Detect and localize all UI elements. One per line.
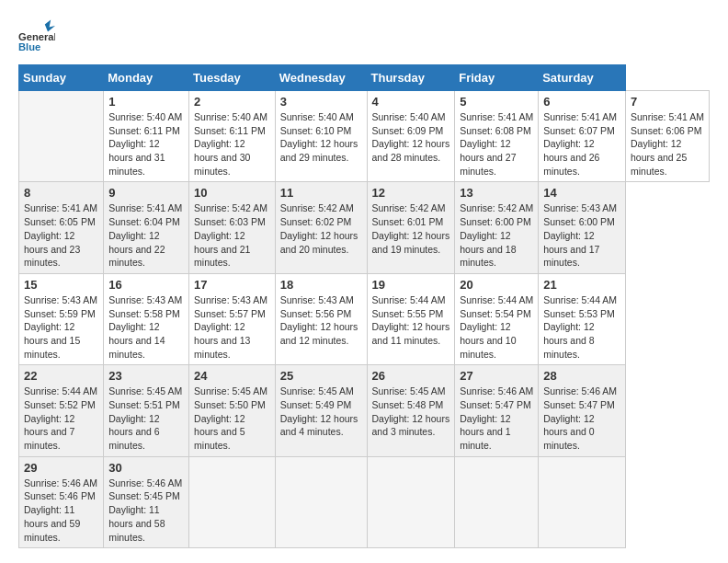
day-sunrise: Sunrise: 5:43 AMSunset: 6:00 PMDaylight:… bbox=[543, 202, 617, 268]
day-number: 28 bbox=[543, 369, 620, 383]
calendar-cell: 6 Sunrise: 5:41 AMSunset: 6:07 PMDayligh… bbox=[539, 91, 626, 182]
weekday-header-tuesday: Tuesday bbox=[189, 65, 276, 91]
day-number: 21 bbox=[543, 278, 620, 292]
svg-text:General: General bbox=[18, 31, 55, 42]
logo: General Blue bbox=[18, 18, 55, 55]
day-number: 5 bbox=[460, 95, 533, 109]
day-number: 17 bbox=[194, 278, 270, 292]
day-number: 8 bbox=[24, 186, 98, 200]
calendar-cell bbox=[455, 456, 539, 547]
calendar-cell bbox=[275, 456, 367, 547]
weekday-header-thursday: Thursday bbox=[367, 65, 455, 91]
calendar-cell: 30 Sunrise: 5:46 AMSunset: 5:45 PMDaylig… bbox=[104, 456, 189, 547]
calendar-cell bbox=[539, 456, 626, 547]
calendar-table: SundayMondayTuesdayWednesdayThursdayFrid… bbox=[18, 64, 710, 548]
day-sunrise: Sunrise: 5:43 AMSunset: 5:59 PMDaylight:… bbox=[24, 294, 97, 360]
day-sunrise: Sunrise: 5:45 AMSunset: 5:51 PMDaylight:… bbox=[108, 385, 182, 451]
calendar-cell: 20 Sunrise: 5:44 AMSunset: 5:54 PMDaylig… bbox=[455, 273, 539, 364]
day-number: 27 bbox=[460, 369, 533, 383]
calendar-cell bbox=[367, 456, 455, 547]
weekday-header-friday: Friday bbox=[455, 65, 539, 91]
day-number: 18 bbox=[280, 278, 362, 292]
calendar-cell bbox=[189, 456, 276, 547]
day-number: 11 bbox=[280, 186, 362, 200]
day-sunrise: Sunrise: 5:44 AMSunset: 5:55 PMDaylight:… bbox=[372, 294, 450, 346]
weekday-header-monday: Monday bbox=[104, 65, 189, 91]
weekday-header-row: SundayMondayTuesdayWednesdayThursdayFrid… bbox=[19, 65, 710, 91]
day-sunrise: Sunrise: 5:41 AMSunset: 6:08 PMDaylight:… bbox=[460, 111, 533, 177]
day-number: 24 bbox=[194, 369, 270, 383]
svg-marker-2 bbox=[45, 20, 55, 32]
calendar-cell: 7 Sunrise: 5:41 AMSunset: 6:06 PMDayligh… bbox=[625, 91, 709, 182]
calendar-cell: 24 Sunrise: 5:45 AMSunset: 5:50 PMDaylig… bbox=[189, 365, 276, 456]
day-number: 3 bbox=[280, 95, 362, 109]
day-number: 2 bbox=[194, 95, 270, 109]
calendar-cell: 12 Sunrise: 5:42 AMSunset: 6:01 PMDaylig… bbox=[367, 182, 455, 273]
day-sunrise: Sunrise: 5:44 AMSunset: 5:52 PMDaylight:… bbox=[24, 385, 97, 451]
calendar-cell: 16 Sunrise: 5:43 AMSunset: 5:58 PMDaylig… bbox=[104, 273, 189, 364]
day-number: 7 bbox=[631, 95, 704, 109]
calendar-cell: 21 Sunrise: 5:44 AMSunset: 5:53 PMDaylig… bbox=[539, 273, 626, 364]
day-sunrise: Sunrise: 5:45 AMSunset: 5:50 PMDaylight:… bbox=[194, 385, 267, 451]
day-sunrise: Sunrise: 5:42 AMSunset: 6:03 PMDaylight:… bbox=[194, 202, 267, 268]
day-number: 30 bbox=[108, 461, 184, 475]
day-sunrise: Sunrise: 5:44 AMSunset: 5:54 PMDaylight:… bbox=[460, 294, 533, 360]
day-number: 26 bbox=[372, 369, 450, 383]
calendar-cell: 22 Sunrise: 5:44 AMSunset: 5:52 PMDaylig… bbox=[19, 365, 104, 456]
calendar-cell: 5 Sunrise: 5:41 AMSunset: 6:08 PMDayligh… bbox=[455, 91, 539, 182]
day-number: 23 bbox=[108, 369, 184, 383]
day-number: 13 bbox=[460, 186, 533, 200]
day-sunrise: Sunrise: 5:46 AMSunset: 5:47 PMDaylight:… bbox=[460, 385, 533, 451]
calendar-cell: 11 Sunrise: 5:42 AMSunset: 6:02 PMDaylig… bbox=[275, 182, 367, 273]
calendar-cell: 14 Sunrise: 5:43 AMSunset: 6:00 PMDaylig… bbox=[539, 182, 626, 273]
day-number: 29 bbox=[24, 461, 98, 475]
day-number: 1 bbox=[108, 95, 184, 109]
day-number: 6 bbox=[543, 95, 620, 109]
day-sunrise: Sunrise: 5:40 AMSunset: 6:11 PMDaylight:… bbox=[108, 111, 182, 177]
calendar-week-4: 22 Sunrise: 5:44 AMSunset: 5:52 PMDaylig… bbox=[19, 365, 710, 456]
weekday-header-saturday: Saturday bbox=[539, 65, 626, 91]
weekday-header-wednesday: Wednesday bbox=[275, 65, 367, 91]
day-number: 20 bbox=[460, 278, 533, 292]
day-sunrise: Sunrise: 5:41 AMSunset: 6:07 PMDaylight:… bbox=[543, 111, 617, 177]
calendar-cell: 27 Sunrise: 5:46 AMSunset: 5:47 PMDaylig… bbox=[455, 365, 539, 456]
day-sunrise: Sunrise: 5:43 AMSunset: 5:56 PMDaylight:… bbox=[280, 294, 358, 346]
calendar-week-3: 15 Sunrise: 5:43 AMSunset: 5:59 PMDaylig… bbox=[19, 273, 710, 364]
calendar-cell: 10 Sunrise: 5:42 AMSunset: 6:03 PMDaylig… bbox=[189, 182, 276, 273]
calendar-cell bbox=[19, 91, 104, 182]
day-sunrise: Sunrise: 5:42 AMSunset: 6:01 PMDaylight:… bbox=[372, 202, 450, 254]
calendar-cell: 3 Sunrise: 5:40 AMSunset: 6:10 PMDayligh… bbox=[275, 91, 367, 182]
day-sunrise: Sunrise: 5:44 AMSunset: 5:53 PMDaylight:… bbox=[543, 294, 617, 360]
day-sunrise: Sunrise: 5:40 AMSunset: 6:09 PMDaylight:… bbox=[372, 111, 450, 163]
calendar-cell: 15 Sunrise: 5:43 AMSunset: 5:59 PMDaylig… bbox=[19, 273, 104, 364]
day-sunrise: Sunrise: 5:40 AMSunset: 6:10 PMDaylight:… bbox=[280, 111, 358, 163]
day-sunrise: Sunrise: 5:42 AMSunset: 6:00 PMDaylight:… bbox=[460, 202, 533, 268]
page-header: General Blue bbox=[18, 18, 710, 55]
calendar-cell: 18 Sunrise: 5:43 AMSunset: 5:56 PMDaylig… bbox=[275, 273, 367, 364]
calendar-week-5: 29 Sunrise: 5:46 AMSunset: 5:46 PMDaylig… bbox=[19, 456, 710, 547]
day-sunrise: Sunrise: 5:41 AMSunset: 6:05 PMDaylight:… bbox=[24, 202, 97, 268]
day-sunrise: Sunrise: 5:41 AMSunset: 6:04 PMDaylight:… bbox=[108, 202, 182, 268]
day-number: 14 bbox=[543, 186, 620, 200]
day-sunrise: Sunrise: 5:46 AMSunset: 5:46 PMDaylight:… bbox=[24, 477, 97, 543]
day-number: 15 bbox=[24, 278, 98, 292]
calendar-cell: 13 Sunrise: 5:42 AMSunset: 6:00 PMDaylig… bbox=[455, 182, 539, 273]
calendar-week-2: 8 Sunrise: 5:41 AMSunset: 6:05 PMDayligh… bbox=[19, 182, 710, 273]
day-number: 12 bbox=[372, 186, 450, 200]
day-sunrise: Sunrise: 5:43 AMSunset: 5:57 PMDaylight:… bbox=[194, 294, 267, 360]
calendar-cell: 17 Sunrise: 5:43 AMSunset: 5:57 PMDaylig… bbox=[189, 273, 276, 364]
calendar-cell: 4 Sunrise: 5:40 AMSunset: 6:09 PMDayligh… bbox=[367, 91, 455, 182]
calendar-cell: 2 Sunrise: 5:40 AMSunset: 6:11 PMDayligh… bbox=[189, 91, 276, 182]
day-number: 10 bbox=[194, 186, 270, 200]
day-number: 16 bbox=[108, 278, 184, 292]
day-sunrise: Sunrise: 5:45 AMSunset: 5:49 PMDaylight:… bbox=[280, 385, 358, 437]
day-sunrise: Sunrise: 5:41 AMSunset: 6:06 PMDaylight:… bbox=[631, 111, 704, 177]
calendar-cell: 29 Sunrise: 5:46 AMSunset: 5:46 PMDaylig… bbox=[19, 456, 104, 547]
day-sunrise: Sunrise: 5:42 AMSunset: 6:02 PMDaylight:… bbox=[280, 202, 358, 254]
day-sunrise: Sunrise: 5:46 AMSunset: 5:47 PMDaylight:… bbox=[543, 385, 617, 451]
calendar-cell: 28 Sunrise: 5:46 AMSunset: 5:47 PMDaylig… bbox=[539, 365, 626, 456]
day-number: 4 bbox=[372, 95, 450, 109]
day-number: 9 bbox=[108, 186, 184, 200]
calendar-cell: 8 Sunrise: 5:41 AMSunset: 6:05 PMDayligh… bbox=[19, 182, 104, 273]
calendar-cell: 19 Sunrise: 5:44 AMSunset: 5:55 PMDaylig… bbox=[367, 273, 455, 364]
